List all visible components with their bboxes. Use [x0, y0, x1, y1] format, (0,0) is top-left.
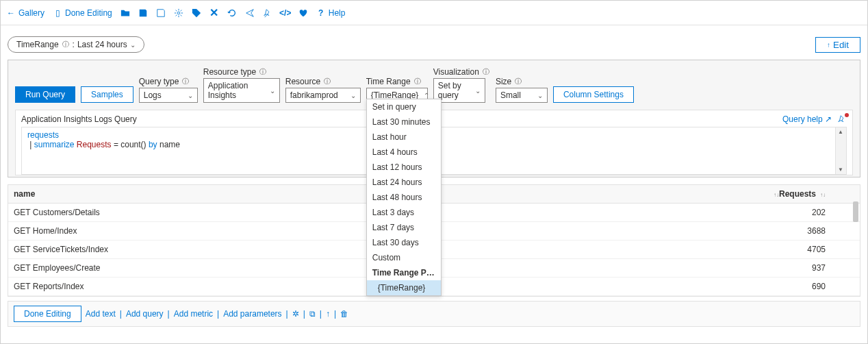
- time-range-label: Time Range: [366, 77, 411, 86]
- chevron-up-icon: ⌃: [424, 92, 429, 99]
- chevron-down-icon: ⌄: [130, 41, 136, 49]
- chevron-down-icon: ⌄: [475, 87, 481, 95]
- info-icon: ⓘ: [181, 77, 190, 86]
- done-editing-label: Done Editing: [65, 8, 112, 18]
- add-query-link[interactable]: Add query: [126, 309, 164, 319]
- size-label: Size: [496, 77, 511, 86]
- resource-label: Resource: [285, 77, 320, 86]
- query-type-select[interactable]: Logs⌄: [139, 88, 198, 103]
- top-toolbar: ← Gallery ▯ Done Editing ✕ </> ? Help: [1, 1, 867, 25]
- tag-icon[interactable]: [192, 8, 201, 18]
- info-icon: ⓘ: [413, 77, 422, 86]
- editor-scrollbar[interactable]: [835, 127, 846, 174]
- sort-indicator-icon: ↑↓: [774, 192, 779, 198]
- external-link-icon: ↗: [825, 114, 832, 124]
- send-icon[interactable]: [245, 8, 255, 18]
- chevron-down-icon: ⌄: [270, 87, 275, 95]
- code-icon[interactable]: </>: [281, 8, 290, 18]
- resource-select[interactable]: fabrikamprod⌄: [285, 88, 361, 103]
- info-icon: ⓘ: [482, 68, 490, 76]
- query-title: Application Insights Logs Query: [21, 114, 137, 124]
- edit-button[interactable]: ↑ Edit: [815, 37, 860, 53]
- cell-requests: 4705: [455, 241, 860, 259]
- tr-option[interactable]: Last 30 minutes: [367, 114, 441, 130]
- refresh-icon[interactable]: [227, 8, 237, 18]
- tr-option[interactable]: Last 3 days: [367, 205, 441, 220]
- done-editing-button[interactable]: Done Editing: [14, 306, 81, 322]
- add-parameters-link[interactable]: Add parameters: [223, 309, 281, 319]
- save-as-icon[interactable]: [156, 8, 166, 18]
- info-icon: ⓘ: [323, 77, 331, 86]
- chevron-down-icon: ⌄: [350, 92, 356, 99]
- svg-point-0: [177, 12, 180, 14]
- tr-option[interactable]: Last 24 hours: [367, 175, 441, 190]
- col-requests[interactable]: ↑↓Requests↑↓: [455, 185, 860, 204]
- cell-requests: 202: [455, 204, 860, 222]
- cell-requests: 690: [455, 278, 860, 296]
- copy-icon[interactable]: ⧉: [309, 309, 316, 319]
- gear-icon[interactable]: [174, 8, 183, 18]
- pill-sep: :: [73, 40, 75, 49]
- visualization-label: Visualization: [433, 67, 479, 77]
- resource-type-value: Application Insights: [208, 81, 264, 100]
- parameter-bar: TimeRange ⓘ : Last 24 hours ⌄ ↑ Edit: [1, 25, 867, 57]
- info-icon: ⓘ: [259, 68, 267, 76]
- chevron-down-icon: ⌄: [537, 92, 543, 99]
- delete-icon[interactable]: 🗑: [340, 309, 348, 319]
- edit-label: Edit: [833, 40, 849, 50]
- query-controls: Run Query Samples Query typeⓘ Logs⌄ Reso…: [15, 67, 853, 103]
- samples-button[interactable]: Samples: [81, 86, 133, 103]
- size-select[interactable]: Small⌄: [496, 88, 548, 103]
- gallery-link[interactable]: ← Gallery: [6, 8, 44, 18]
- tr-option-selected[interactable]: {TimeRange}: [367, 280, 441, 295]
- chevron-down-icon: ⌄: [188, 92, 193, 99]
- query-type-value: Logs: [144, 90, 162, 100]
- tr-option[interactable]: Last 12 hours: [367, 160, 441, 175]
- sort-indicator-icon: ↑↓: [820, 192, 826, 198]
- info-icon: ⓘ: [514, 77, 522, 86]
- run-query-button[interactable]: Run Query: [15, 86, 75, 103]
- pin-badge-icon[interactable]: [837, 114, 847, 124]
- add-metric-link[interactable]: Add metric: [174, 309, 213, 319]
- cell-requests: 937: [455, 259, 860, 278]
- pill-name: TimeRange: [16, 40, 59, 49]
- open-folder-icon[interactable]: [120, 8, 130, 18]
- tr-option[interactable]: Last 30 days: [367, 235, 441, 250]
- cell-requests: 3688: [455, 222, 860, 241]
- save-icon[interactable]: [138, 8, 148, 18]
- tr-option[interactable]: Last 48 hours: [367, 190, 441, 205]
- query-panel: Run Query Samples Query typeⓘ Logs⌄ Reso…: [8, 60, 860, 177]
- pin-icon[interactable]: [263, 8, 272, 18]
- heart-icon[interactable]: [298, 8, 308, 18]
- add-text-link[interactable]: Add text: [86, 309, 116, 319]
- tr-option[interactable]: Last 4 hours: [367, 145, 441, 160]
- tr-option[interactable]: Custom: [367, 250, 441, 265]
- pill-value: Last 24 hours: [77, 40, 127, 49]
- resource-value: fabrikamprod: [290, 90, 338, 100]
- timerange-pill[interactable]: TimeRange ⓘ : Last 24 hours ⌄: [8, 36, 144, 53]
- info-icon: ⓘ: [62, 40, 70, 49]
- settings-small-icon[interactable]: ✲: [292, 309, 299, 319]
- move-up-icon[interactable]: ↑: [326, 309, 330, 319]
- query-help-link[interactable]: Query help ↗: [782, 114, 832, 124]
- tr-option[interactable]: Last 7 days: [367, 220, 441, 235]
- help-label: Help: [329, 8, 346, 18]
- size-value: Small: [500, 90, 521, 100]
- tr-section-header: Time Range Para…: [367, 265, 441, 280]
- close-icon[interactable]: ✕: [209, 8, 219, 18]
- back-arrow-icon: ←: [6, 8, 16, 18]
- visualization-value: Set by query: [438, 81, 470, 100]
- resource-type-select[interactable]: Application Insights⌄: [203, 78, 280, 103]
- gallery-label: Gallery: [18, 8, 44, 18]
- resource-type-label: Resource type: [203, 67, 256, 77]
- time-range-dropdown: Set in query Last 30 minutes Last hour L…: [366, 99, 442, 296]
- help-link[interactable]: ? Help: [316, 8, 346, 18]
- tr-option[interactable]: Set in query: [367, 99, 441, 114]
- query-type-label: Query type: [139, 77, 179, 86]
- column-settings-button[interactable]: Column Settings: [553, 86, 634, 103]
- done-editing-icon: ▯: [53, 8, 62, 18]
- edit-arrow-icon: ↑: [827, 41, 830, 49]
- tr-option[interactable]: Last hour: [367, 130, 441, 145]
- done-editing-link[interactable]: ▯ Done Editing: [53, 8, 112, 18]
- step-footer: Done Editing Add text| Add query| Add me…: [8, 301, 860, 327]
